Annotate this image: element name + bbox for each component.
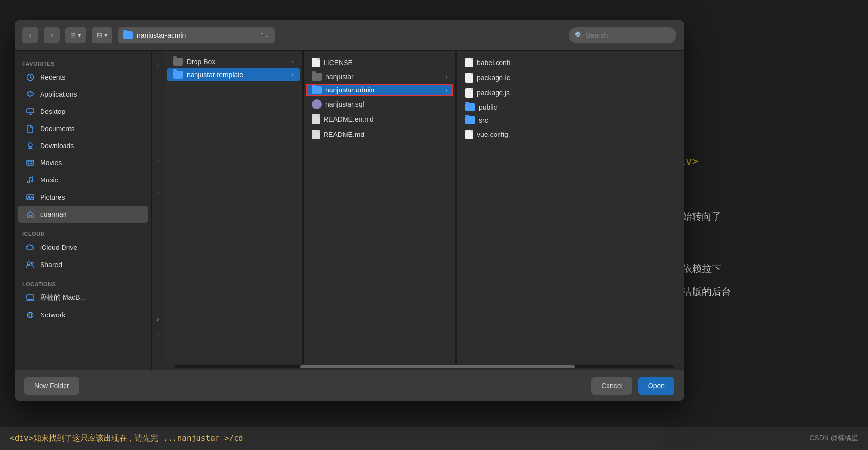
file-item-public-label: public [479,103,497,111]
file-item-readme-label: README.md [324,131,364,138]
sidebar-item-documents[interactable]: Documents [18,120,148,137]
clock-icon [25,72,35,82]
sidebar-item-macbook[interactable]: 段楠的 MacB... [18,290,148,306]
view-grid-button[interactable]: ⊟ ▾ [92,27,112,43]
expand-caret-7[interactable]: › [155,251,161,261]
file-item-nanjustar-admin[interactable]: nanjustar-admin › [306,84,453,96]
search-bar[interactable]: 🔍 [569,27,676,43]
file-icon [465,58,473,68]
music-label: Music [40,176,58,184]
sidebar: Favorites Recents Appli [15,51,152,370]
csdn-watermark: CSDN @楠橘星 [809,434,858,443]
expand-caret-2[interactable]: › [155,92,161,102]
file-item-readme[interactable]: README.md [306,127,453,142]
folder-icon-blue [173,71,183,79]
file-item-nanjustar-template[interactable]: nanjustar-template › [167,68,300,81]
file-item-admin-label: nanjustar-admin [326,86,374,94]
expand-caret-bottom-1[interactable]: › [155,331,161,340]
dialog-toolbar: ‹ › ⊞ ▾ ⊟ ▾ nanjustar-admin ⌃⌄ 🔍 [15,20,684,51]
expand-caret-9[interactable]: › [155,315,161,324]
sidebar-resize-panel: › › › › › › › › › › › [152,51,165,370]
sidebar-item-shared[interactable]: Shared [18,256,148,273]
recents-label: Recents [40,73,65,81]
columns-dropdown-icon: ▾ [78,31,81,39]
expand-caret-bottom-2[interactable]: › [155,362,161,370]
grid-dropdown-icon: ▾ [104,31,108,39]
folder-icon [312,73,322,81]
sidebar-item-duannan[interactable]: duannan [18,206,148,223]
expand-caret-1[interactable]: › [155,61,161,70]
file-item-vue-config[interactable]: vue.config. [459,127,553,142]
movies-icon [25,158,35,168]
columns-scroll-area[interactable]: Drop Box › nanjustar-template › [165,51,684,364]
expand-caret-8[interactable]: › [155,283,161,292]
expand-caret-5[interactable]: › [155,188,161,197]
sidebar-item-desktop[interactable]: Desktop [18,103,148,120]
bg-bottom-code: <div>知末找到了这只应该出现在，请先完 ...nanjustar >/cd [10,433,243,444]
view-columns-button[interactable]: ⊞ ▾ [65,27,86,43]
bg-bottom-bar: <div>知末找到了这只应该出现在，请先完 ...nanjustar >/cd [0,427,663,450]
file-sql-icon [312,99,322,109]
sidebar-item-network[interactable]: Network [18,307,148,323]
chevron-icon: › [445,87,447,93]
file-column-1: Drop Box › nanjustar-template › [165,51,302,364]
open-button[interactable]: Open [638,377,674,395]
shared-icon [25,260,35,270]
file-item-babel[interactable]: babel.confi [459,55,553,70]
sidebar-item-downloads[interactable]: Downloads [18,137,148,154]
file-item-readme-en[interactable]: README.en.md [306,112,453,127]
file-item-dropbox[interactable]: Drop Box › [167,55,300,68]
file-icon-md [312,114,320,124]
file-item-package-js[interactable]: package.js [459,86,553,100]
bg-code-chinese-3: 简洁版的后台 [673,285,858,298]
sidebar-item-music[interactable]: Music [18,172,148,188]
applications-icon [25,90,35,99]
sidebar-item-applications[interactable]: Applications [18,86,148,103]
new-folder-button[interactable]: New Folder [24,377,79,395]
folder-icon-public [465,103,475,111]
dialog-footer: New Folder Cancel Open [15,370,684,401]
expand-caret-6[interactable]: › [155,220,161,229]
expand-caret-3[interactable]: › [155,124,161,134]
horizontal-scrollbar[interactable] [165,364,684,370]
file-item-license[interactable]: LICENSE [306,55,453,70]
location-chevron-icon: ⌃⌄ [260,32,270,39]
forward-button[interactable]: › [44,27,60,43]
file-item-public[interactable]: public [459,101,553,113]
shared-label: Shared [40,261,62,269]
file-item-nanjustar[interactable]: nanjustar › [306,70,453,83]
svg-point-5 [31,180,33,182]
scrollbar-track[interactable] [175,365,674,368]
sidebar-item-movies[interactable]: Movies [18,155,148,171]
downloads-icon [25,141,35,151]
bg-code-line-1: div> [673,152,858,171]
file-item-package-js-label: package.js [477,89,510,97]
file-item-src[interactable]: src [459,114,553,127]
file-item-package-lc[interactable]: package-lc [459,70,553,85]
sidebar-item-pictures[interactable]: Pictures [18,189,148,205]
search-input[interactable] [586,31,671,39]
file-item-nanjustar-label: nanjustar [326,73,354,81]
file-item-package-lc-label: package-lc [477,74,510,82]
sidebar-item-recents[interactable]: Recents [18,69,148,86]
scrollbar-thumb[interactable] [300,365,575,368]
svg-point-8 [27,262,30,265]
bg-code-panel: div> > 开始转向了 把依赖拉下 简洁版的后台 [663,0,868,450]
file-icon-3 [465,88,473,98]
file-item-nanjustar-sql[interactable]: nanjustar.sql [306,97,453,112]
sidebar-item-icloud-drive[interactable]: iCloud Drive [18,239,148,256]
svg-rect-1 [27,109,34,113]
folder-icon-blue [312,86,322,94]
file-icon-doc [312,58,320,68]
downloads-label: Downloads [40,142,74,150]
file-item-license-label: LICENSE [324,59,353,67]
back-button[interactable]: ‹ [22,27,38,43]
expand-caret-4[interactable]: › [155,156,161,165]
cancel-button[interactable]: Cancel [591,377,632,395]
location-bar[interactable]: nanjustar-admin ⌃⌄ [118,27,275,43]
chevron-icon: › [292,72,294,78]
location-text: nanjustar-admin [137,31,256,39]
location-folder-icon [123,31,133,39]
file-item-readme-en-label: README.en.md [324,115,374,123]
chevron-icon: › [292,59,294,65]
